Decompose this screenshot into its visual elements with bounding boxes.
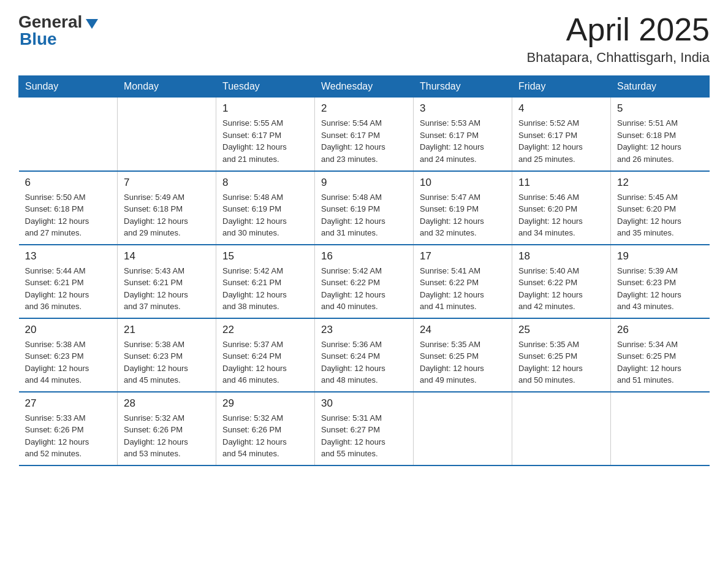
day-info: Sunrise: 5:45 AM Sunset: 6:20 PM Dayligh… [617, 191, 703, 239]
day-number: 25 [518, 324, 604, 336]
calendar-cell: 7Sunrise: 5:49 AM Sunset: 6:18 PM Daylig… [118, 171, 216, 245]
day-info: Sunrise: 5:48 AM Sunset: 6:19 PM Dayligh… [222, 191, 308, 239]
calendar-cell: 27Sunrise: 5:33 AM Sunset: 6:26 PM Dayli… [19, 392, 118, 465]
calendar-cell [414, 392, 512, 465]
day-number: 18 [518, 250, 604, 262]
calendar-week-4: 20Sunrise: 5:38 AM Sunset: 6:23 PM Dayli… [19, 318, 710, 392]
calendar-cell: 11Sunrise: 5:46 AM Sunset: 6:20 PM Dayli… [512, 171, 611, 245]
calendar-cell: 15Sunrise: 5:42 AM Sunset: 6:21 PM Dayli… [216, 245, 315, 318]
day-number: 12 [617, 177, 703, 189]
calendar-cell: 26Sunrise: 5:34 AM Sunset: 6:25 PM Dayli… [611, 318, 710, 392]
day-info: Sunrise: 5:42 AM Sunset: 6:21 PM Dayligh… [222, 265, 308, 313]
calendar-cell: 6Sunrise: 5:50 AM Sunset: 6:18 PM Daylig… [19, 171, 118, 245]
calendar-cell: 20Sunrise: 5:38 AM Sunset: 6:23 PM Dayli… [19, 318, 118, 392]
day-number: 22 [222, 324, 308, 336]
day-number: 7 [124, 177, 210, 189]
day-number: 15 [222, 250, 308, 262]
day-info: Sunrise: 5:53 AM Sunset: 6:17 PM Dayligh… [420, 117, 506, 165]
calendar-cell: 1Sunrise: 5:55 AM Sunset: 6:17 PM Daylig… [216, 98, 315, 171]
day-info: Sunrise: 5:38 AM Sunset: 6:23 PM Dayligh… [25, 339, 112, 386]
calendar-cell: 13Sunrise: 5:44 AM Sunset: 6:21 PM Dayli… [19, 245, 118, 318]
day-info: Sunrise: 5:41 AM Sunset: 6:22 PM Dayligh… [420, 265, 506, 313]
header-sunday: Sunday [19, 76, 118, 98]
day-info: Sunrise: 5:47 AM Sunset: 6:19 PM Dayligh… [420, 191, 506, 239]
header-tuesday: Tuesday [216, 76, 315, 98]
header-saturday: Saturday [611, 76, 710, 98]
calendar-cell [19, 98, 118, 171]
day-info: Sunrise: 5:49 AM Sunset: 6:18 PM Dayligh… [124, 191, 210, 239]
calendar-cell: 16Sunrise: 5:42 AM Sunset: 6:22 PM Dayli… [315, 245, 414, 318]
day-number: 23 [321, 324, 407, 336]
day-info: Sunrise: 5:38 AM Sunset: 6:23 PM Dayligh… [124, 339, 210, 386]
day-number: 19 [617, 250, 703, 262]
day-number: 26 [617, 324, 703, 336]
day-info: Sunrise: 5:52 AM Sunset: 6:17 PM Dayligh… [518, 117, 604, 165]
day-info: Sunrise: 5:48 AM Sunset: 6:19 PM Dayligh… [321, 191, 407, 239]
calendar-cell: 14Sunrise: 5:43 AM Sunset: 6:21 PM Dayli… [118, 245, 216, 318]
logo-arrow-icon [86, 19, 98, 29]
calendar-cell: 21Sunrise: 5:38 AM Sunset: 6:23 PM Dayli… [118, 318, 216, 392]
calendar-cell: 12Sunrise: 5:45 AM Sunset: 6:20 PM Dayli… [611, 171, 710, 245]
day-number: 27 [25, 397, 112, 410]
day-info: Sunrise: 5:42 AM Sunset: 6:22 PM Dayligh… [321, 265, 407, 313]
day-info: Sunrise: 5:35 AM Sunset: 6:25 PM Dayligh… [420, 339, 506, 386]
logo-blue: Blue [20, 29, 57, 49]
calendar-cell: 9Sunrise: 5:48 AM Sunset: 6:19 PM Daylig… [315, 171, 414, 245]
day-info: Sunrise: 5:55 AM Sunset: 6:17 PM Dayligh… [222, 117, 308, 165]
calendar-cell: 8Sunrise: 5:48 AM Sunset: 6:19 PM Daylig… [216, 171, 315, 245]
calendar-week-3: 13Sunrise: 5:44 AM Sunset: 6:21 PM Dayli… [19, 245, 710, 318]
day-number: 5 [617, 102, 703, 115]
day-number: 13 [25, 250, 112, 262]
day-info: Sunrise: 5:33 AM Sunset: 6:26 PM Dayligh… [25, 412, 112, 460]
calendar-table: SundayMondayTuesdayWednesdayThursdayFrid… [18, 75, 710, 466]
calendar-cell: 10Sunrise: 5:47 AM Sunset: 6:19 PM Dayli… [414, 171, 512, 245]
calendar-cell: 28Sunrise: 5:32 AM Sunset: 6:26 PM Dayli… [118, 392, 216, 465]
day-number: 29 [222, 397, 308, 410]
header-monday: Monday [118, 76, 216, 98]
day-number: 11 [518, 177, 604, 189]
day-info: Sunrise: 5:40 AM Sunset: 6:22 PM Dayligh… [518, 265, 604, 313]
calendar-cell [611, 392, 710, 465]
calendar-week-1: 1Sunrise: 5:55 AM Sunset: 6:17 PM Daylig… [19, 98, 710, 171]
day-number: 2 [321, 102, 407, 115]
header-friday: Friday [512, 76, 611, 98]
calendar-cell [118, 98, 216, 171]
day-info: Sunrise: 5:36 AM Sunset: 6:24 PM Dayligh… [321, 339, 407, 386]
calendar-cell: 19Sunrise: 5:39 AM Sunset: 6:23 PM Dayli… [611, 245, 710, 318]
header-wednesday: Wednesday [315, 76, 414, 98]
day-info: Sunrise: 5:54 AM Sunset: 6:17 PM Dayligh… [321, 117, 407, 165]
calendar-cell: 18Sunrise: 5:40 AM Sunset: 6:22 PM Dayli… [512, 245, 611, 318]
day-number: 9 [321, 177, 407, 189]
day-number: 30 [321, 397, 407, 410]
calendar-cell [512, 392, 611, 465]
day-info: Sunrise: 5:34 AM Sunset: 6:25 PM Dayligh… [617, 339, 703, 386]
day-number: 10 [420, 177, 506, 189]
day-info: Sunrise: 5:46 AM Sunset: 6:20 PM Dayligh… [518, 191, 604, 239]
day-number: 4 [518, 102, 604, 115]
calendar-cell: 2Sunrise: 5:54 AM Sunset: 6:17 PM Daylig… [315, 98, 414, 171]
logo: General Blue [18, 12, 98, 49]
calendar-header-row: SundayMondayTuesdayWednesdayThursdayFrid… [19, 76, 710, 98]
day-info: Sunrise: 5:50 AM Sunset: 6:18 PM Dayligh… [25, 191, 112, 239]
day-info: Sunrise: 5:32 AM Sunset: 6:26 PM Dayligh… [222, 412, 308, 460]
day-number: 24 [420, 324, 506, 336]
calendar-cell: 22Sunrise: 5:37 AM Sunset: 6:24 PM Dayli… [216, 318, 315, 392]
day-info: Sunrise: 5:44 AM Sunset: 6:21 PM Dayligh… [25, 265, 112, 313]
day-info: Sunrise: 5:31 AM Sunset: 6:27 PM Dayligh… [321, 412, 407, 460]
day-number: 21 [124, 324, 210, 336]
day-info: Sunrise: 5:32 AM Sunset: 6:26 PM Dayligh… [124, 412, 210, 460]
calendar-cell: 30Sunrise: 5:31 AM Sunset: 6:27 PM Dayli… [315, 392, 414, 465]
day-number: 1 [222, 102, 308, 115]
calendar-cell: 23Sunrise: 5:36 AM Sunset: 6:24 PM Dayli… [315, 318, 414, 392]
header-thursday: Thursday [414, 76, 512, 98]
calendar-cell: 29Sunrise: 5:32 AM Sunset: 6:26 PM Dayli… [216, 392, 315, 465]
calendar-title: April 2025 [527, 12, 710, 47]
calendar-location: Bhatapara, Chhattisgarh, India [527, 50, 710, 66]
calendar-cell: 5Sunrise: 5:51 AM Sunset: 6:18 PM Daylig… [611, 98, 710, 171]
page-header: General Blue April 2025 Bhatapara, Chhat… [18, 12, 710, 66]
day-number: 6 [25, 177, 112, 189]
calendar-cell: 24Sunrise: 5:35 AM Sunset: 6:25 PM Dayli… [414, 318, 512, 392]
calendar-cell: 17Sunrise: 5:41 AM Sunset: 6:22 PM Dayli… [414, 245, 512, 318]
day-info: Sunrise: 5:43 AM Sunset: 6:21 PM Dayligh… [124, 265, 210, 313]
day-number: 14 [124, 250, 210, 262]
